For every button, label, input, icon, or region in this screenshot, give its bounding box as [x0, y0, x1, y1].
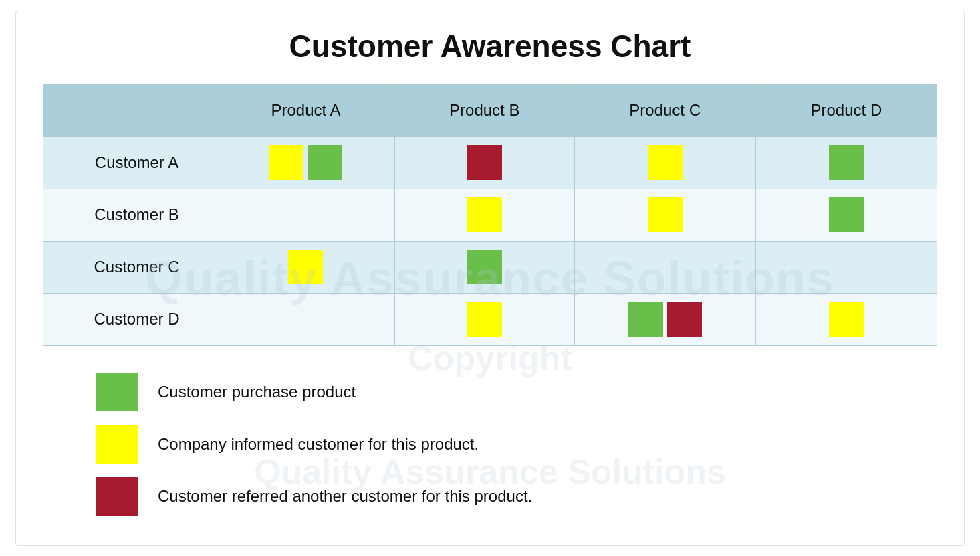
header-product-b: Product B: [394, 84, 574, 136]
cell-row2-col1: [394, 241, 574, 293]
cell-row3-col2: [574, 293, 755, 345]
cell-row2-col0: [217, 241, 395, 293]
color-box-green: [628, 302, 663, 337]
customer-name-cell: Customer D: [43, 293, 217, 345]
page-container: Quality Assurance Solutions Copyright Qu…: [15, 11, 965, 546]
cell-row0-col0: [217, 136, 395, 189]
cell-row3-col3: [755, 293, 937, 345]
color-box-green: [829, 145, 864, 180]
cell-row0-col2: [574, 136, 755, 189]
header-product-a: Product A: [217, 84, 395, 136]
page-title: Customer Awareness Chart: [43, 28, 937, 64]
header-empty: [43, 84, 217, 136]
color-box-red: [467, 145, 502, 180]
color-box-yellow: [269, 145, 303, 180]
legend-section: Customer purchase productCompany informe…: [43, 373, 937, 516]
cell-row1-col3: [755, 189, 937, 241]
cell-row2-col2: [574, 241, 755, 293]
legend-label-0: Customer purchase product: [158, 383, 356, 401]
awareness-table: Product A Product B Product C Product D …: [43, 84, 937, 346]
color-box-yellow: [648, 145, 683, 180]
color-box-yellow: [829, 302, 864, 337]
cell-row3-col0: [217, 293, 395, 345]
customer-name-cell: Customer C: [43, 241, 217, 293]
color-box-yellow: [467, 197, 502, 232]
table-header-row: Product A Product B Product C Product D: [43, 84, 937, 136]
header-product-d: Product D: [755, 84, 937, 136]
legend-label-1: Company informed customer for this produ…: [158, 435, 479, 454]
cell-row0-col1: [394, 136, 574, 189]
customer-name-cell: Customer A: [43, 136, 217, 189]
table-row: Customer B: [43, 189, 937, 241]
cell-row2-col3: [755, 241, 937, 293]
cell-row0-col3: [755, 136, 937, 189]
legend-item-1: Company informed customer for this produ…: [96, 425, 937, 464]
color-box-yellow: [648, 197, 683, 232]
legend-box-yellow: [96, 425, 138, 464]
cell-row1-col2: [574, 189, 755, 241]
legend-item-2: Customer referred another customer for t…: [96, 477, 937, 516]
color-box-green: [467, 250, 502, 284]
customer-name-cell: Customer B: [43, 189, 217, 241]
legend-item-0: Customer purchase product: [96, 373, 937, 411]
legend-label-2: Customer referred another customer for t…: [158, 487, 532, 506]
legend-box-red: [96, 477, 138, 516]
cell-row3-col1: [394, 293, 574, 345]
table-row: Customer A: [43, 136, 937, 189]
color-box-green: [308, 145, 342, 180]
table-row: Customer C: [43, 241, 937, 293]
table-row: Customer D: [43, 293, 937, 345]
color-box-yellow: [288, 250, 323, 284]
color-box-red: [667, 302, 702, 337]
legend-box-green: [96, 373, 138, 411]
color-box-green: [829, 197, 864, 232]
cell-row1-col0: [217, 189, 395, 241]
cell-row1-col1: [394, 189, 574, 241]
color-box-yellow: [467, 302, 502, 337]
header-product-c: Product C: [574, 84, 755, 136]
